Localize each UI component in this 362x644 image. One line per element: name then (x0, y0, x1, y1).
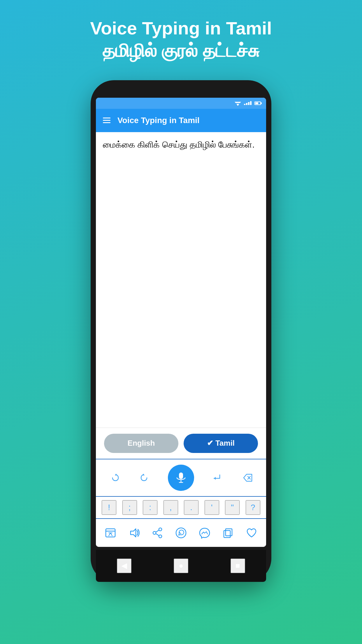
svg-rect-25 (226, 529, 232, 536)
phone-mockup: Voice Typing in Tamil மைக்கை கிளிக் செய்… (91, 80, 271, 582)
messenger-button[interactable] (196, 524, 213, 542)
english-lang-button[interactable]: English (104, 434, 178, 453)
undo-button[interactable] (137, 470, 153, 486)
punctuation-row: ! ; : , . ' " ? (96, 496, 266, 518)
phone-nav-bar: ◀ ● ■ (96, 550, 266, 582)
action-row (96, 459, 266, 496)
speaker-button[interactable] (125, 524, 143, 542)
share-button[interactable] (149, 524, 166, 542)
header-section: Voice Typing in Tamil தமிழில் குரல் தட்ட… (90, 18, 272, 63)
title-tamil: தமிழில் குரல் தட்டச்சு (90, 39, 272, 63)
heart-button[interactable] (243, 524, 260, 542)
title-english: Voice Typing in Tamil (90, 18, 272, 39)
battery-icon (254, 102, 261, 105)
tamil-lang-button[interactable]: ✔ Tamil (184, 434, 258, 453)
wifi-icon (235, 101, 241, 106)
status-bar (96, 98, 266, 109)
signal-bars (244, 101, 252, 105)
hamburger-menu[interactable] (103, 118, 110, 123)
whatsapp-button[interactable] (172, 524, 190, 542)
svg-line-22 (156, 533, 159, 536)
svg-line-21 (156, 530, 159, 532)
svg-point-18 (159, 528, 162, 531)
copy-button[interactable] (219, 524, 237, 542)
svg-rect-6 (179, 473, 183, 479)
svg-marker-4 (115, 474, 117, 475)
enter-button[interactable] (209, 470, 225, 486)
punct-comma[interactable]: , (164, 500, 178, 515)
punct-semicolon[interactable]: ; (122, 500, 137, 515)
svg-marker-5 (142, 474, 145, 475)
nav-home-button[interactable]: ● (174, 559, 188, 573)
svg-marker-9 (214, 477, 216, 480)
backspace-button[interactable] (240, 470, 256, 486)
text-content: மைக்கை கிளிக் செய்து தமிழில் பேசுங்கள். (103, 140, 255, 149)
redo-button[interactable] (106, 470, 122, 486)
punct-exclaim[interactable]: ! (102, 500, 116, 515)
mic-button[interactable] (168, 465, 194, 491)
punct-question[interactable]: ? (246, 500, 260, 515)
svg-point-23 (176, 528, 186, 538)
svg-point-20 (159, 535, 162, 538)
app-bar: Voice Typing in Tamil (96, 109, 266, 132)
phone-screen: Voice Typing in Tamil மைக்கை கிளிக் செய்… (96, 98, 266, 547)
text-display-area[interactable]: மைக்கை கிளிக் செய்து தமிழில் பேசுங்கள். (96, 132, 266, 428)
bottom-icon-row (96, 518, 266, 547)
svg-line-15 (109, 533, 110, 536)
punct-quote[interactable]: " (225, 500, 240, 515)
svg-marker-17 (131, 529, 136, 537)
punct-period[interactable]: . (184, 500, 198, 515)
app-bar-title: Voice Typing in Tamil (117, 116, 200, 125)
nav-back-button[interactable]: ◀ (117, 559, 131, 573)
nav-recent-button[interactable]: ■ (231, 559, 245, 573)
svg-rect-24 (224, 531, 230, 538)
punct-apostrophe[interactable]: ' (205, 500, 219, 515)
language-selector-row: English ✔ Tamil (96, 428, 266, 459)
svg-line-16 (110, 533, 112, 536)
svg-point-19 (153, 531, 156, 534)
punct-colon[interactable]: : (143, 500, 157, 515)
phone-body: Voice Typing in Tamil மைக்கை கிளிக் செய்… (91, 80, 271, 582)
clear-button[interactable] (102, 524, 119, 542)
